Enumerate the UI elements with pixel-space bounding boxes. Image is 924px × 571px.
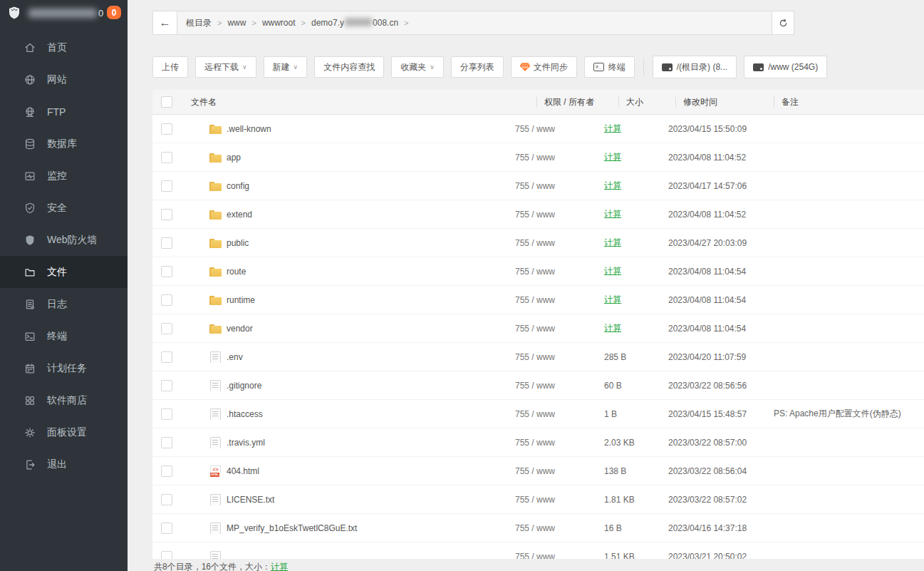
sidebar-item-logout[interactable]: 退出 — [0, 448, 128, 480]
row-checkbox[interactable] — [161, 209, 172, 220]
file-size[interactable]: 计算 — [604, 265, 621, 277]
file-name[interactable]: public — [227, 238, 249, 248]
row-checkbox[interactable] — [161, 437, 172, 448]
select-all-checkbox[interactable] — [161, 96, 172, 108]
row-checkbox[interactable] — [161, 323, 172, 334]
breadcrumb-wwwroot[interactable]: wwwroot — [262, 18, 296, 28]
row-checkbox[interactable] — [161, 294, 172, 306]
file-name[interactable]: .travis.yml — [227, 438, 265, 448]
sidebar-item-files[interactable]: 文件 — [0, 256, 128, 288]
disk-root-button[interactable]: /(根目录) (8... — [653, 56, 737, 78]
header-filename[interactable]: 文件名 — [191, 96, 544, 108]
table-row[interactable]: config 755 / www 计算 2023/04/17 14:57:06 — [152, 172, 924, 200]
file-note[interactable]: PS: Apache用户配置文件(伪静态) — [774, 408, 924, 420]
sidebar-item-security[interactable]: 安全 — [0, 192, 128, 224]
file-size[interactable]: 计算 — [604, 237, 621, 249]
file-name[interactable]: .htaccess — [227, 409, 263, 419]
file-size[interactable]: 计算 — [604, 294, 621, 306]
calculate-size-link[interactable]: 计算 — [271, 562, 288, 571]
file-size[interactable]: 1 B — [604, 409, 617, 419]
table-row[interactable]: 404.html 755 / www 138 B 2023/03/22 08:5… — [152, 457, 924, 485]
breadcrumb-site-domain[interactable]: demo7.y008.cn — [311, 18, 398, 28]
sidebar-item-appstore[interactable]: 软件商店 — [0, 384, 128, 416]
search-file-content-button[interactable]: 文件内容查找 — [314, 56, 384, 78]
message-count-badge[interactable]: 0 — [107, 6, 121, 19]
refresh-icon — [778, 18, 789, 29]
table-row[interactable]: runtime 755 / www 计算 2023/04/08 11:04:54 — [152, 286, 924, 314]
refresh-button[interactable] — [772, 11, 794, 35]
row-checkbox[interactable] — [161, 380, 172, 391]
sidebar-item-website[interactable]: 网站 — [0, 63, 128, 96]
file-size[interactable]: 1.51 KB — [604, 552, 635, 560]
file-name[interactable]: 404.html — [227, 466, 259, 476]
sidebar-item-terminal[interactable]: 终端 — [0, 320, 128, 352]
file-name[interactable]: runtime — [227, 295, 255, 305]
sidebar-item-logs[interactable]: 日志 — [0, 288, 128, 320]
row-checkbox[interactable] — [161, 266, 172, 277]
file-size[interactable]: 计算 — [604, 322, 621, 334]
row-checkbox[interactable] — [161, 123, 172, 135]
sidebar-item-home[interactable]: 首页 — [0, 31, 128, 63]
file-name[interactable]: extend — [227, 210, 252, 220]
remote-download-button[interactable]: 远程下载 ∨ — [195, 56, 256, 78]
row-checkbox[interactable] — [161, 152, 172, 163]
table-row[interactable]: .htaccess 755 / www 1 B 2023/04/15 15:48… — [152, 400, 924, 428]
back-button[interactable]: ← — [152, 11, 177, 35]
new-button[interactable]: 新建 ∨ — [264, 56, 308, 78]
table-row[interactable]: LICENSE.txt 755 / www 1.81 KB 2023/03/22… — [152, 485, 924, 514]
file-size[interactable]: 1.81 KB — [604, 495, 635, 505]
terminal-button[interactable]: 终端 — [584, 56, 635, 78]
file-size[interactable]: 计算 — [604, 180, 621, 192]
share-list-button[interactable]: 分享列表 — [451, 56, 504, 78]
table-row[interactable]: route 755 / www 计算 2023/04/08 11:04:54 — [152, 257, 924, 286]
table-row[interactable]: .well-known 755 / www 计算 2023/04/15 15:5… — [152, 115, 924, 143]
file-size[interactable]: 60 B — [604, 381, 622, 391]
table-row[interactable]: public 755 / www 计算 2023/04/27 20:03:09 — [152, 229, 924, 257]
file-size[interactable]: 计算 — [604, 123, 621, 135]
table-row[interactable]: MP_verify_b1oEskTwetlC8GuE.txt 755 / www… — [152, 514, 924, 542]
row-checkbox[interactable] — [161, 351, 172, 363]
file-size[interactable]: 16 B — [604, 523, 622, 533]
table-row[interactable]: 755 / www 1.51 KB 2023/03/21 20:50:02 — [152, 542, 924, 559]
file-name[interactable]: .gitignore — [227, 381, 261, 391]
table-row[interactable]: .env 755 / www 285 B 2023/04/20 11:07:59 — [152, 343, 924, 371]
file-size[interactable]: 计算 — [604, 208, 621, 220]
row-checkbox[interactable] — [161, 180, 172, 192]
file-name[interactable]: vendor — [227, 324, 253, 334]
table-row[interactable]: .travis.yml 755 / www 2.03 KB 2023/03/22… — [152, 428, 924, 457]
breadcrumb-www[interactable]: www — [227, 18, 246, 28]
row-checkbox[interactable] — [161, 465, 172, 477]
breadcrumb-bar: ← 根目录 > www > wwwroot > demo7.y008.cn > — [152, 11, 794, 35]
file-name[interactable]: app — [227, 153, 241, 163]
sidebar-item-cron[interactable]: 计划任务 — [0, 352, 128, 384]
file-size[interactable]: 285 B — [604, 352, 626, 362]
file-name[interactable]: config — [227, 181, 249, 191]
upload-button[interactable]: 上传 — [152, 56, 188, 78]
table-row[interactable]: extend 755 / www 计算 2023/04/08 11:04:52 — [152, 200, 924, 229]
file-name[interactable]: .env — [227, 352, 243, 362]
sidebar-item-settings[interactable]: 面板设置 — [0, 416, 128, 448]
file-name[interactable]: .well-known — [227, 124, 271, 134]
breadcrumb-root[interactable]: 根目录 — [186, 17, 212, 29]
sidebar-item-waf[interactable]: Web防火墙 — [0, 224, 128, 256]
file-size[interactable]: 138 B — [604, 466, 626, 476]
row-checkbox[interactable] — [161, 237, 172, 249]
sidebar-item-ftp[interactable]: FTP — [0, 96, 128, 128]
sidebar-item-database[interactable]: 数据库 — [0, 128, 128, 160]
table-row[interactable]: vendor 755 / www 计算 2023/04/08 11:04:54 — [152, 314, 924, 343]
file-name[interactable]: LICENSE.txt — [227, 495, 274, 505]
file-size[interactable]: 2.03 KB — [604, 438, 635, 448]
file-name[interactable]: MP_verify_b1oEskTwetlC8GuE.txt — [227, 523, 357, 533]
row-checkbox[interactable] — [161, 551, 172, 560]
file-name[interactable]: route — [227, 267, 246, 277]
favorites-button[interactable]: 收藏夹 ∨ — [391, 56, 444, 78]
table-row[interactable]: app 755 / www 计算 2023/04/08 11:04:52 — [152, 143, 924, 172]
file-size[interactable]: 计算 — [604, 151, 621, 163]
sidebar-item-monitor[interactable]: 监控 — [0, 160, 128, 192]
row-checkbox[interactable] — [161, 523, 172, 534]
file-sync-button[interactable]: 文件同步 — [511, 56, 577, 78]
disk-www-button[interactable]: /www (254G) — [744, 56, 827, 78]
row-checkbox[interactable] — [161, 494, 172, 505]
row-checkbox[interactable] — [161, 408, 172, 420]
table-row[interactable]: .gitignore 755 / www 60 B 2023/03/22 08:… — [152, 371, 924, 400]
